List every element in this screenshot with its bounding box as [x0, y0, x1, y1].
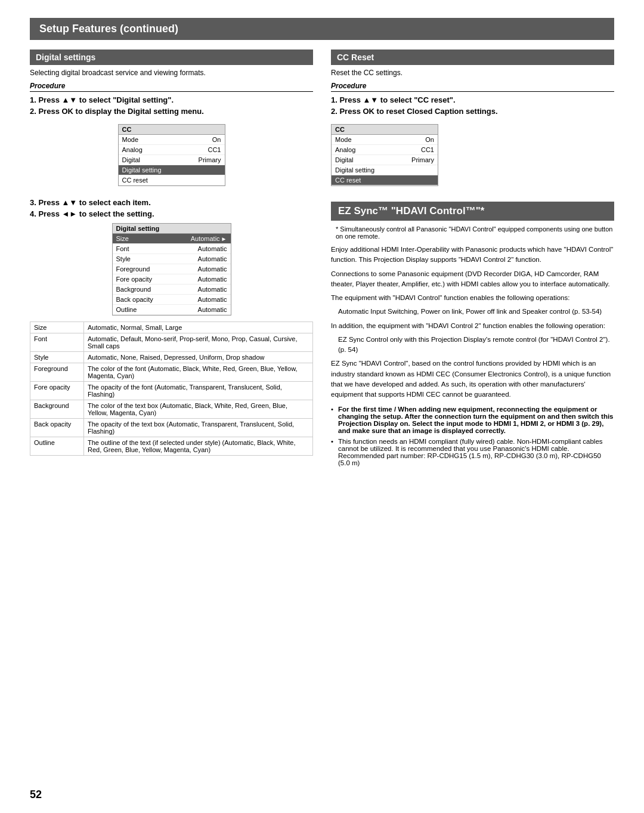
bullet-normal-1: This function needs an HDMI compliant (f…	[338, 438, 603, 466]
table-row: Font Automatic, Default, Mono-serif, Pro…	[30, 333, 313, 352]
cc2-val-digital: Primary	[411, 156, 434, 163]
ref-label-foreground: Foreground	[30, 363, 84, 382]
cc-row-cc-reset: CC reset	[119, 175, 225, 186]
cc-step-2: 2. Press OK to reset Closed Caption sett…	[331, 107, 614, 116]
ref-label-fore-opacity: Fore opacity	[30, 382, 84, 400]
right-column: CC Reset Reset the CC settings. Procedur…	[331, 50, 614, 470]
dm-val-background: Automatic	[198, 286, 227, 293]
cc-lbl-mode: Mode	[122, 136, 212, 143]
dm-val-foreground: Automatic	[198, 265, 227, 273]
cc2-lbl-analog: Analog	[335, 146, 421, 153]
cc-reset-header: CC Reset	[331, 50, 614, 65]
step-3: 3. Press ▲▼ to select each item.	[30, 198, 313, 207]
cc2-row-mode: Mode On	[332, 135, 438, 145]
dm-val-outline: Automatic	[198, 306, 227, 313]
cc-val-digital: Primary	[199, 156, 221, 163]
digital-setting-menu: Digital setting Size Automatic ► Font Au…	[112, 223, 231, 316]
dm-arrow-size: ►	[221, 236, 227, 242]
table-row: Fore opacity The opacity of the font (Au…	[30, 382, 313, 400]
dm-val-fore-opacity: Automatic	[198, 276, 227, 283]
table-row: Style Automatic, None, Raised, Depressed…	[30, 352, 313, 363]
ref-label-background: Background	[30, 400, 84, 419]
dm-row-back-opacity: Back opacity Automatic	[113, 295, 231, 305]
ref-value-style: Automatic, None, Raised, Depressed, Unif…	[84, 352, 313, 363]
ez-sync-para-0: Enjoy additional HDMI Inter-Operability …	[331, 245, 614, 265]
cc-row-digital: Digital Primary	[119, 155, 225, 165]
cc-val-mode: On	[212, 136, 221, 143]
cc-lbl-cc-reset: CC reset	[122, 177, 221, 184]
table-row: Background The color of the text box (Au…	[30, 400, 313, 419]
ref-value-fore-opacity: The opacity of the font (Automatic, Tran…	[84, 382, 313, 400]
ref-value-outline: The outline of the text (if selected und…	[84, 437, 313, 456]
cc2-val-mode: On	[425, 136, 434, 143]
ez-sync-para-1: Connections to some Panasonic equipment …	[331, 269, 614, 290]
dm-val-back-opacity: Automatic	[198, 296, 227, 303]
header-title: Setup Features (continued)	[39, 23, 178, 35]
dm-val-style: Automatic	[198, 255, 227, 262]
step-4: 4. Press ◄► to select the setting.	[30, 209, 313, 218]
cc2-lbl-mode: Mode	[335, 136, 425, 143]
ref-label-style: Style	[30, 352, 84, 363]
dm-header: Digital setting	[113, 224, 231, 234]
dm-lbl-outline: Outline	[116, 306, 198, 313]
dm-lbl-background: Background	[116, 286, 198, 293]
cc2-lbl-digital-setting: Digital setting	[335, 166, 434, 174]
digital-settings-description: Selecting digital broadcast service and …	[30, 69, 313, 77]
ref-label-outline: Outline	[30, 437, 84, 456]
cc-val-analog: CC1	[208, 146, 221, 153]
procedure-label-cc: Procedure	[331, 82, 614, 92]
table-row: Outline The outline of the text (if sele…	[30, 437, 313, 456]
ez-sync-bullets: For the first time / When adding new equ…	[331, 406, 614, 466]
digital-settings-title: Digital settings	[36, 52, 95, 62]
ref-value-font: Automatic, Default, Mono-serif, Prop-ser…	[84, 333, 313, 352]
table-row: Back opacity The opacity of the text box…	[30, 419, 313, 437]
steps-3-4: 3. Press ▲▼ to select each item. 4. Pres…	[30, 198, 313, 218]
ez-sync-para-5: EZ Sync Control only with this Projectio…	[331, 335, 614, 356]
ref-label-back-opacity: Back opacity	[30, 419, 84, 437]
dm-row-outline: Outline Automatic	[113, 305, 231, 315]
cc-menu-1-header: CC	[119, 125, 225, 135]
table-row: Size Automatic, Normal, Small, Large	[30, 322, 313, 333]
cc2-lbl-cc-reset: CC reset	[335, 177, 434, 184]
ref-value-background: The color of the text box (Automatic, Bl…	[84, 400, 313, 419]
cc2-lbl-digital: Digital	[335, 156, 411, 163]
cc2-row-cc-reset: CC reset	[332, 175, 438, 186]
ref-value-back-opacity: The opacity of the text box (Automatic, …	[84, 419, 313, 437]
dm-lbl-size: Size	[116, 235, 191, 242]
ref-table: Size Automatic, Normal, Small, Large Fon…	[30, 322, 313, 456]
dm-row-background: Background Automatic	[113, 285, 231, 295]
digital-settings-section: Digital settings Selecting digital broad…	[30, 50, 313, 456]
left-column: Digital settings Selecting digital broad…	[30, 50, 313, 470]
ez-sync-para-4: In addition, the equipment with "HDAVI C…	[331, 321, 614, 331]
cc2-row-analog: Analog CC1	[332, 145, 438, 155]
dm-val-size: Automatic	[191, 235, 220, 242]
cc-lbl-digital-setting: Digital setting	[122, 166, 221, 174]
ez-sync-section: EZ Sync™ "HDAVI Control™"* * Simultaneou…	[331, 202, 614, 466]
page-header: Setup Features (continued)	[30, 18, 614, 40]
procedure-label-1: Procedure	[30, 82, 313, 92]
bullet-item-0: For the first time / When adding new equ…	[331, 406, 614, 434]
ez-sync-para-6: EZ Sync "HDAVI Control", based on the co…	[331, 358, 614, 400]
cc2-row-digital-setting: Digital setting	[332, 165, 438, 175]
dm-val-font: Automatic	[198, 245, 227, 252]
dm-lbl-fore-opacity: Fore opacity	[116, 276, 198, 283]
dm-row-style: Style Automatic	[113, 254, 231, 264]
dm-lbl-font: Font	[116, 245, 198, 252]
digital-settings-header: Digital settings	[30, 50, 313, 65]
ez-sync-title: EZ Sync™ "HDAVI Control™"*	[338, 205, 484, 217]
cc-steps: 1. Press ▲▼ to select "CC reset". 2. Pre…	[331, 95, 614, 116]
cc-reset-section: CC Reset Reset the CC settings. Procedur…	[331, 50, 614, 192]
page: Setup Features (continued) Digital setti…	[0, 0, 644, 813]
ez-sync-para-3: Automatic Input Switching, Power on link…	[331, 307, 614, 317]
dm-row-foreground: Foreground Automatic	[113, 264, 231, 274]
cc-lbl-analog: Analog	[122, 146, 208, 153]
ref-label-font: Font	[30, 333, 84, 352]
dm-lbl-foreground: Foreground	[116, 265, 198, 273]
main-content: Digital settings Selecting digital broad…	[30, 50, 614, 470]
cc2-row-digital: Digital Primary	[332, 155, 438, 165]
cc-row-mode: Mode On	[119, 135, 225, 145]
page-number: 52	[30, 789, 42, 801]
cc-menu-1: CC Mode On Analog CC1 Digital Primary	[118, 124, 225, 186]
cc-menu-2: CC Mode On Analog CC1 Digital Primary	[331, 124, 438, 186]
step-1: 1. Press ▲▼ to select "Digital setting".	[30, 95, 313, 104]
